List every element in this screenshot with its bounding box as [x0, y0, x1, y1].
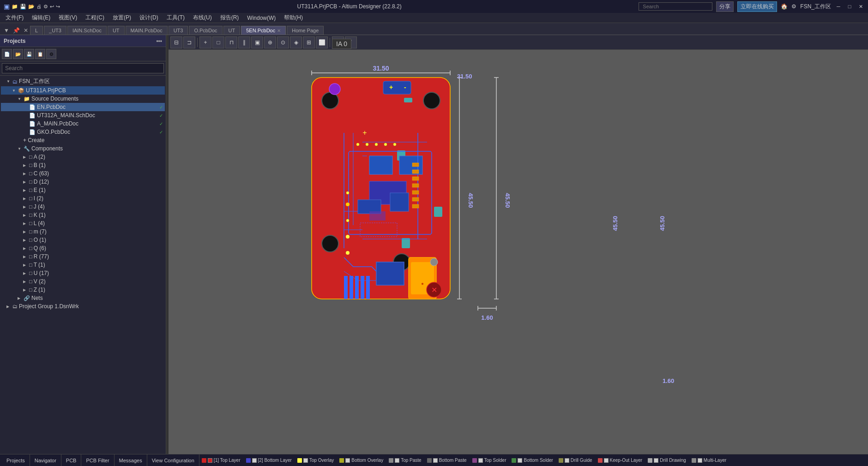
tab-sen-pcbdoc[interactable]: 5EN.PcbDoc✕	[241, 26, 286, 35]
tab-o-pcbdoc[interactable]: O.PcbDoc	[189, 26, 222, 35]
tree-comp-i[interactable]: ▶□I (2)	[1, 194, 165, 203]
tab-ut[interactable]: UT	[108, 26, 125, 35]
rect-tool-btn[interactable]: □	[212, 36, 224, 48]
tab-close-all-btn[interactable]: ✕	[22, 26, 30, 35]
status-tab-navigator[interactable]: Navigator	[30, 454, 61, 466]
menu-reports[interactable]: 报告(R)	[217, 13, 243, 23]
layer-checkbox-drill-drawing[interactable]	[654, 458, 658, 463]
tab-main-pcbdoc[interactable]: MAIN.PcbDoc	[126, 26, 168, 35]
tab-ut2[interactable]: UT	[223, 26, 241, 35]
tree-comp-l[interactable]: ▶□L (4)	[1, 219, 165, 227]
menu-route[interactable]: 布线(U)	[189, 13, 216, 23]
tree-comp-c[interactable]: ▶□C (63)	[1, 169, 165, 178]
tree-comp-q[interactable]: ▶□Q (6)	[1, 244, 165, 252]
menu-tools[interactable]: 工具(T)	[163, 13, 188, 23]
layer-item-drill-guide[interactable]: Drill Guide	[556, 458, 595, 463]
tree-comp-t[interactable]: ▶□T (1)	[1, 261, 165, 269]
add-tool-btn[interactable]: +	[199, 36, 211, 48]
layer-checkbox-top-overlay[interactable]	[303, 458, 308, 463]
layer-checkbox-top-solder[interactable]	[478, 458, 483, 463]
sidebar-search-input[interactable]	[2, 63, 164, 73]
tree-comp-u[interactable]: ▶□U (17)	[1, 269, 165, 277]
tab-ut3[interactable]: _UT3	[44, 26, 66, 35]
tree-file-en-pcbdoc[interactable]: 📄 EN.PcbDoc ✓	[1, 103, 165, 111]
tree-comp-a[interactable]: ▶□A (2)	[1, 153, 165, 161]
layer-item-bottom-overlay[interactable]: Bottom Overlay	[337, 458, 386, 463]
layer-checkbox-drill-guide[interactable]	[565, 458, 569, 463]
layer-checkbox-keepout[interactable]	[604, 458, 609, 463]
layer-checkbox-top-paste[interactable]	[395, 458, 399, 463]
status-tab-messages[interactable]: Messages	[115, 454, 147, 466]
tree-comp-b[interactable]: ▶□B (1)	[1, 161, 165, 169]
tree-source-docs[interactable]: ▼ 📁 Source Documents	[1, 95, 165, 103]
tree-components[interactable]: ▼ 🔧 Components	[1, 144, 165, 153]
undo-icon[interactable]: ↩	[50, 4, 54, 10]
layer-checkbox-bottom-solder[interactable]	[518, 458, 522, 463]
tree-project[interactable]: ▼ 📦 UT311A.PrjPCB	[1, 86, 165, 95]
tree-comp-z[interactable]: ▶□Z (1)	[1, 286, 165, 294]
layer-item-bottom-solder[interactable]: Bottom Solder	[509, 458, 555, 463]
select-tool-btn[interactable]: ⊐	[183, 36, 195, 48]
buy-button[interactable]: 立即在线购买	[737, 1, 777, 12]
tree-comp-m[interactable]: ▶□m (7)	[1, 227, 165, 236]
measure-tool-btn[interactable]: ◈	[290, 36, 302, 48]
status-tab-view-config[interactable]: View Configuration	[147, 454, 199, 466]
settings-icon[interactable]: ⚙	[791, 3, 796, 10]
layer-checkbox-bottom-paste[interactable]	[433, 458, 438, 463]
layer-item-bottom[interactable]: [2] Bottom Layer	[244, 458, 294, 463]
tab-l[interactable]: L	[30, 26, 43, 35]
menu-place[interactable]: 放置(P)	[109, 13, 135, 23]
tab-close-icon[interactable]: ✕	[277, 28, 281, 33]
minimize-button[interactable]: ─	[835, 3, 842, 10]
tab-home[interactable]: Home Page	[287, 26, 324, 35]
tree-project-group[interactable]: ▶ 🗂 Project Group 1.DsnWrk	[1, 302, 165, 311]
menu-help[interactable]: 帮助(H)	[280, 13, 307, 23]
sidebar-tool-5[interactable]: ⚙	[46, 49, 56, 59]
global-search-input[interactable]	[639, 2, 712, 11]
layer-checkbox-bottom-overlay[interactable]	[345, 458, 350, 463]
sidebar-tool-2[interactable]: 📂	[13, 49, 23, 59]
route-tool-btn[interactable]: ⊓	[225, 36, 237, 48]
layer-item-drill-drawing[interactable]: Drill Drawing	[645, 458, 688, 463]
tab-main-schdoc[interactable]: IAIN.SchDoc	[67, 26, 107, 35]
layer-item-top-solder[interactable]: Top Solder	[470, 458, 509, 463]
tree-comp-j[interactable]: ▶□J (4)	[1, 203, 165, 211]
parallel-tool-btn[interactable]: ∥	[238, 36, 250, 48]
menu-design[interactable]: 设计(D)	[136, 13, 162, 23]
snap-tool-btn[interactable]: ⊞	[303, 36, 315, 48]
tree-comp-o[interactable]: ▶□O (1)	[1, 236, 165, 244]
filter-tool-btn[interactable]: ⊟	[170, 36, 182, 48]
tree-comp-v[interactable]: ▶□V (2)	[1, 277, 165, 286]
tree-workspace[interactable]: ▼ 🗂 FSN_工作区	[1, 77, 165, 86]
sidebar-tool-1[interactable]: 📄	[2, 49, 12, 59]
pcb-canvas[interactable]: 31.50 45.50 45.50 1.60	[169, 50, 868, 454]
tree-file-gko-pcbdoc[interactable]: 📄 GKO.PcbDoc ✓	[1, 128, 165, 136]
layer-item-keepout[interactable]: Keep-Out Layer	[596, 458, 645, 463]
layer-item-multi-layer[interactable]: Multi-Layer	[689, 458, 729, 463]
status-tab-projects[interactable]: Projects	[2, 454, 30, 466]
menu-file[interactable]: 文件(F)	[2, 13, 27, 23]
layer-item-top[interactable]: [1] Top Layer	[199, 458, 243, 463]
tree-file-a-main-pcbdoc[interactable]: 📄 A_MAIN.PcbDoc ✓	[1, 119, 165, 128]
home-icon[interactable]: 🏠	[781, 3, 788, 10]
via-tool-btn[interactable]: ▣	[251, 36, 263, 48]
tree-comp-d[interactable]: ▶□D (12)	[1, 178, 165, 186]
tree-nets[interactable]: ▶ 🔗 Nets	[1, 294, 165, 302]
drill-tool-btn[interactable]: ⊙	[277, 36, 289, 48]
menu-window[interactable]: Window(W)	[243, 14, 279, 22]
sidebar-options-icon[interactable]: •••	[156, 38, 162, 44]
tab-pin-btn[interactable]: 📌	[11, 26, 22, 35]
zoom-tool-btn[interactable]: ⬜	[316, 36, 328, 48]
menu-view[interactable]: 视图(V)	[55, 13, 81, 23]
tree-create[interactable]: + Create	[1, 136, 165, 144]
share-button[interactable]: 分享	[716, 1, 734, 12]
layer-item-bottom-paste[interactable]: Bottom Paste	[425, 458, 469, 463]
layer-item-top-paste[interactable]: Top Paste	[386, 458, 423, 463]
tree-comp-k[interactable]: ▶□K (1)	[1, 211, 165, 219]
layer-checkbox-multi-layer[interactable]	[698, 458, 702, 463]
tree-comp-e[interactable]: ▶□E (1)	[1, 186, 165, 194]
layer-item-top-overlay[interactable]: Top Overlay	[295, 458, 336, 463]
menu-edit[interactable]: 编辑(E)	[28, 13, 54, 23]
tab-ut3b[interactable]: UT3	[169, 26, 188, 35]
pad-tool-btn[interactable]: ⊕	[264, 36, 276, 48]
